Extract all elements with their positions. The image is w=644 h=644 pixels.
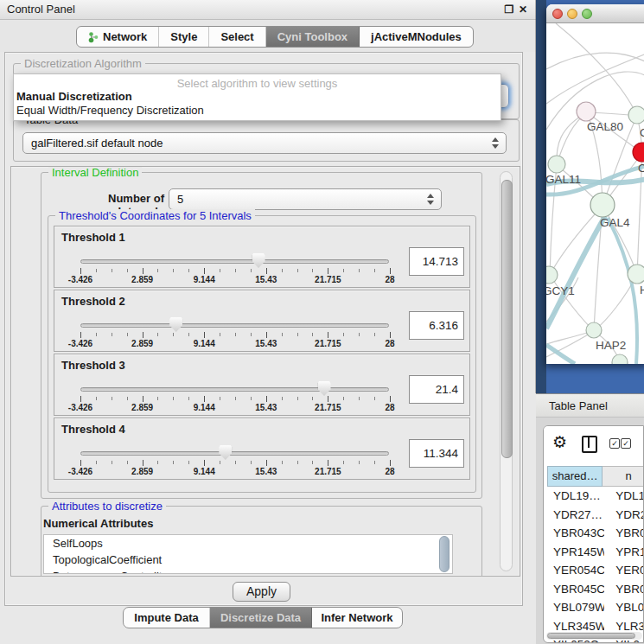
- tick-label: 2.859: [131, 275, 153, 284]
- table-row[interactable]: YPR145WYPR1: [547, 543, 644, 562]
- split-columns-icon[interactable]: [582, 436, 597, 453]
- close-window-icon[interactable]: ✕: [517, 0, 529, 19]
- zoom-traffic-light-icon[interactable]: [582, 9, 592, 19]
- threshold-value-field[interactable]: 11.344: [409, 439, 464, 468]
- tab-select[interactable]: Select: [209, 27, 265, 47]
- network-node-gal11[interactable]: [548, 156, 565, 173]
- tick-label: 15.43: [255, 339, 277, 348]
- tick-label: 9.144: [194, 339, 215, 348]
- slider-thumb[interactable]: [318, 381, 331, 396]
- table-header-row: shared… n: [547, 466, 644, 487]
- attribute-item[interactable]: BetweennessCentrality: [44, 568, 452, 574]
- checkbox-icon[interactable]: ✓: [609, 438, 620, 449]
- slider-tick-labels: -3.4262.8599.14415.4321.71528: [80, 467, 390, 477]
- settings-scroll-panel: Interval Definition Number of Intervals …: [10, 166, 520, 577]
- network-canvas[interactable]: GAL80GCGAL11GAL4GCY1HHAP2: [546, 23, 644, 364]
- close-traffic-light-icon[interactable]: [552, 9, 563, 19]
- thresholds-container: Threshold 1-3.4262.8599.14415.4321.71528…: [54, 226, 470, 481]
- table-row[interactable]: YBR043CYBR0: [547, 524, 644, 543]
- tick-label: 9.144: [194, 403, 215, 412]
- network-node-c[interactable]: [633, 143, 644, 162]
- table-row[interactable]: YDL19…YDL1: [547, 487, 644, 506]
- network-node-g[interactable]: [628, 106, 644, 124]
- network-node-h[interactable]: [628, 265, 644, 284]
- threshold-value-field[interactable]: 21.4: [409, 375, 464, 404]
- attributes-list-scrollbar[interactable]: [439, 536, 450, 572]
- numerical-attributes-label: Numerical Attributes: [43, 517, 153, 530]
- tab-style[interactable]: Style: [159, 27, 209, 47]
- table-row[interactable]: YER054CYER0: [547, 561, 644, 580]
- tab-select-label: Select: [220, 27, 253, 47]
- tick-label: 28: [385, 339, 394, 348]
- gear-icon[interactable]: ⚙: [552, 434, 567, 451]
- number-of-intervals-combo[interactable]: 5: [169, 188, 442, 210]
- desktop-edge-band: [536, 0, 546, 393]
- network-view-window[interactable]: GAL80GCGAL11GAL4GCY1HHAP2: [546, 4, 644, 364]
- tab-network[interactable]: Network: [77, 27, 159, 47]
- threshold-value-field[interactable]: 14.713: [409, 247, 464, 276]
- network-node-hap2[interactable]: [586, 322, 602, 338]
- slider-track[interactable]: [80, 387, 389, 392]
- tick-major: [266, 268, 267, 274]
- threshold-value-field[interactable]: 6.316: [409, 311, 464, 340]
- slider-thumb[interactable]: [169, 317, 182, 332]
- tick-major: [328, 396, 328, 402]
- slider-track[interactable]: [80, 323, 389, 328]
- attribute-item[interactable]: TopologicalCoefficient: [44, 552, 452, 568]
- panel-scrollbar-thumb[interactable]: [501, 180, 513, 458]
- tick-major: [266, 332, 267, 338]
- slider-thumb[interactable]: [252, 253, 265, 268]
- tab-impute-data[interactable]: Impute Data: [124, 608, 210, 628]
- network-node-label: GAL80: [587, 120, 623, 133]
- slider-tick-labels: -3.4262.8599.14415.4321.71528: [80, 403, 390, 413]
- attribute-item[interactable]: SelfLoops: [44, 535, 452, 552]
- tick-major: [390, 396, 391, 402]
- tab-cyni-toolbox[interactable]: Cyni Toolbox: [266, 27, 360, 47]
- algorithm-popup-hint: Select algorithm to view settings: [14, 77, 501, 90]
- tick-label: 2.859: [131, 467, 153, 476]
- cell-shared-name: YDL19…: [547, 487, 604, 506]
- tab-discretize-data[interactable]: Discretize Data: [210, 608, 312, 628]
- tick-major: [390, 332, 391, 338]
- network-node-gcy1[interactable]: [546, 266, 558, 284]
- apply-button[interactable]: Apply: [233, 582, 290, 602]
- tick-major: [80, 396, 81, 402]
- tick-major: [143, 460, 143, 466]
- tick-label: -3.426: [68, 467, 92, 476]
- option-manual-discretization[interactable]: Manual Discretization: [16, 90, 132, 103]
- cell-shared-name: YER054C: [547, 561, 604, 580]
- slider-track[interactable]: [80, 259, 389, 264]
- tab-infer-network[interactable]: Infer Network: [312, 608, 402, 628]
- slider-tick-marks: [80, 269, 390, 272]
- table-data-combo[interactable]: galFiltered.sif default node: [22, 132, 507, 154]
- float-window-icon[interactable]: ❐: [503, 0, 515, 19]
- network-node-gal4[interactable]: [590, 193, 615, 217]
- column-header-name[interactable]: n: [603, 466, 644, 487]
- column-header-shared-name[interactable]: shared…: [547, 466, 603, 487]
- table-hscrollbar-thumb[interactable]: [547, 633, 635, 639]
- threshold-label: Threshold 3: [61, 359, 125, 372]
- slider-tick-marks: [80, 461, 390, 464]
- slider-tick-marks: [80, 397, 390, 400]
- tick-label: 21.715: [315, 403, 341, 412]
- network-node[interactable]: [612, 354, 628, 364]
- checkbox-icon[interactable]: ✓: [621, 438, 631, 449]
- network-node-gal80[interactable]: [577, 102, 596, 121]
- tick-major: [266, 396, 267, 402]
- option-equal-width-frequency[interactable]: Equal Width/Frequency Discretization: [16, 104, 204, 117]
- threshold-panel-2: Threshold 2-3.4262.8599.14415.4321.71528…: [54, 290, 470, 352]
- table-row[interactable]: YBR045CYBR0: [547, 580, 644, 599]
- network-node-label: G: [640, 126, 644, 139]
- slider-thumb[interactable]: [219, 445, 232, 460]
- tick-label: 28: [385, 467, 394, 476]
- algorithm-dropdown-popup: Select algorithm to view settings Manual…: [13, 73, 501, 121]
- slider-track[interactable]: [80, 451, 389, 456]
- table-horizontal-scrollbar[interactable]: [546, 632, 642, 640]
- table-row[interactable]: YDR27…YDR2: [547, 506, 644, 525]
- panel-vertical-scrollbar[interactable]: [500, 171, 513, 571]
- tab-jactivemnodules[interactable]: jActiveMNodules: [360, 27, 473, 47]
- slider-tick-labels: -3.4262.8599.14415.4321.71528: [80, 275, 390, 285]
- minimize-traffic-light-icon[interactable]: [567, 9, 577, 19]
- table-row[interactable]: YBL079WYBL0: [547, 598, 644, 617]
- threshold-panel-4: Threshold 4-3.4262.8599.14415.4321.71528…: [54, 418, 470, 480]
